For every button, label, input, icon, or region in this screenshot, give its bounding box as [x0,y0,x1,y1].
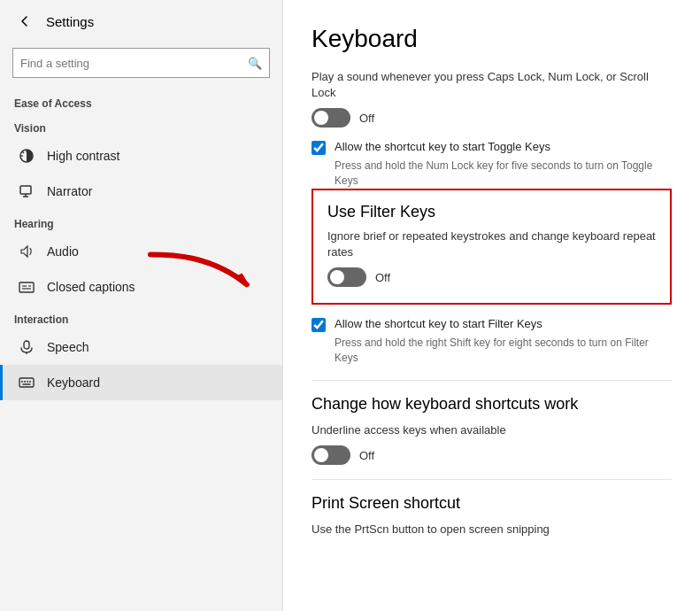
caps-lock-toggle[interactable] [312,108,350,128]
toggle-keys-checkbox-row: Allow the shortcut key to start Toggle K… [312,140,672,155]
caps-lock-toggle-row: Off [312,108,672,128]
underline-setting: Underline access keys when available Off [312,422,672,465]
filter-keys-thumb [330,270,344,284]
sidebar-item-high-contrast[interactable]: High contrast [0,138,282,174]
caps-lock-track[interactable] [312,108,350,128]
caps-lock-thumb [314,111,328,125]
filter-keys-toggle[interactable] [327,267,366,287]
toggle-keys-checkbox-label: Allow the shortcut key to start Toggle K… [335,140,550,153]
keyboard-icon [17,373,36,392]
sidebar-item-closed-captions[interactable]: Closed captions [0,269,282,305]
audio-label: Audio [47,244,79,259]
filter-keys-toggle-row: Off [327,267,656,287]
underline-toggle-label: Off [359,449,374,462]
print-screen-heading: Print Screen shortcut [312,494,672,513]
search-icon: 🔍 [248,57,262,70]
search-input[interactable] [20,57,248,70]
toggle-keys-checkbox[interactable] [312,141,326,155]
svg-rect-9 [19,282,34,292]
narrator-icon [17,182,36,201]
underline-toggle-row: Off [312,445,672,465]
ease-of-access-label: Ease of Access [0,89,282,113]
sidebar-item-keyboard[interactable]: Keyboard [0,365,282,400]
section-divider-2 [312,479,672,480]
main-content: Keyboard Play a sound whenever you press… [283,0,700,611]
filter-keys-checkbox[interactable] [312,318,326,332]
sidebar-item-narrator[interactable]: Narrator [0,174,282,209]
svg-rect-6 [20,186,31,194]
caps-lock-toggle-label: Off [359,112,374,125]
closed-captions-icon [17,277,36,297]
filter-keys-track[interactable] [327,267,366,287]
sidebar: Settings 🔍 Ease of Access Vision High co… [0,0,283,611]
filter-keys-helper: Press and hold the right Shift key for e… [335,336,672,366]
filter-keys-title: Use Filter Keys [327,203,656,221]
filter-keys-checkbox-row: Allow the shortcut key to start Filter K… [312,317,672,332]
sidebar-title: Settings [46,14,94,29]
high-contrast-label: High contrast [47,149,119,163]
underline-thumb [314,448,328,462]
filter-keys-checkbox-label: Allow the shortcut key to start Filter K… [335,317,542,330]
high-contrast-icon [17,146,36,166]
vision-section-label: Vision [0,113,282,138]
svg-rect-15 [19,378,34,387]
underline-toggle[interactable] [312,445,350,465]
underline-desc: Underline access keys when available [312,422,672,438]
back-button[interactable] [14,11,35,32]
svg-line-4 [22,151,24,153]
print-screen-desc: Use the PrtScn button to open screen sni… [312,522,672,538]
sidebar-item-audio[interactable]: Audio [0,234,282,269]
keyboard-label: Keyboard [47,375,100,390]
filter-keys-section: Use Filter Keys Ignore brief or repeated… [312,189,672,305]
filter-keys-desc: Ignore brief or repeated keystrokes and … [327,228,656,260]
audio-icon [17,242,36,261]
svg-rect-13 [24,341,29,349]
sidebar-header: Settings [0,0,282,43]
section-divider-1 [312,380,672,381]
underline-track[interactable] [312,445,350,465]
sidebar-item-speech[interactable]: Speech [0,329,282,365]
caps-lock-desc: Play a sound whenever you press Caps Loc… [312,69,672,101]
filter-keys-toggle-label: Off [375,271,390,284]
caps-lock-setting: Play a sound whenever you press Caps Loc… [312,69,672,128]
interaction-section-label: Interaction [0,305,282,329]
shortcuts-heading: Change how keyboard shortcuts work [312,395,672,414]
toggle-keys-helper: Press and hold the Num Lock key for five… [335,159,672,189]
search-box[interactable]: 🔍 [12,48,270,78]
narrator-label: Narrator [47,184,92,198]
speech-label: Speech [47,340,88,354]
hearing-section-label: Hearing [0,209,282,234]
page-title: Keyboard [312,25,672,53]
closed-captions-label: Closed captions [47,280,135,294]
speech-icon [17,337,36,357]
